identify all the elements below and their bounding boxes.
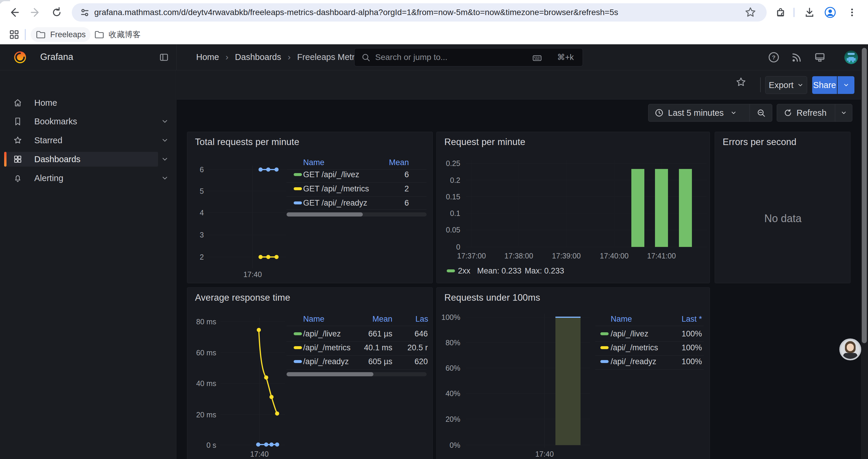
legend-name[interactable]: /api/_/metrics xyxy=(611,342,658,353)
legend-header-last[interactable]: Las xyxy=(415,315,428,324)
sidebar-item-starred[interactable]: Starred xyxy=(4,133,158,148)
user-avatar[interactable] xyxy=(844,51,858,64)
legend-name[interactable]: GET /api/_/metrics xyxy=(303,184,369,194)
legend-hscroll-thumb[interactable] xyxy=(286,212,363,217)
time-range-button[interactable]: Last 5 minutes xyxy=(649,104,743,121)
legend-name[interactable]: /api/_/livez xyxy=(611,329,649,339)
back-button[interactable] xyxy=(6,4,23,21)
legend-mean: 6 xyxy=(365,169,409,179)
share-button[interactable]: Share xyxy=(812,76,837,94)
legend-name[interactable]: /api/_/readyz xyxy=(611,357,656,366)
series-color-pill[interactable] xyxy=(294,187,302,190)
site-controls-icon[interactable] xyxy=(80,7,90,18)
legend-name[interactable]: GET /api/_/livez xyxy=(303,169,359,179)
sidebar-item-alerting[interactable]: Alerting xyxy=(4,171,158,186)
keyboard-icon xyxy=(532,53,542,63)
grafana-wordmark[interactable]: Grafana xyxy=(40,52,73,62)
search-input[interactable]: Search or jump to... ⌘+k xyxy=(354,48,583,66)
legend-header-name[interactable]: Name xyxy=(303,315,324,324)
reload-button[interactable] xyxy=(49,4,65,21)
toolbar-divider xyxy=(794,8,795,17)
page-scrollbar-thumb[interactable] xyxy=(862,48,867,343)
sidebar-item-dashboards[interactable]: Dashboards xyxy=(4,152,158,167)
apps-grid-icon[interactable] xyxy=(8,28,21,41)
legend-name[interactable]: /api/_/readyz xyxy=(303,357,349,366)
browser-menu-icon[interactable] xyxy=(844,4,860,21)
chevron-down-icon[interactable] xyxy=(158,171,172,186)
series-color-pill[interactable] xyxy=(294,201,302,204)
refresh-interval-button[interactable] xyxy=(835,104,852,121)
series-color-pill[interactable] xyxy=(447,269,455,272)
header-divider xyxy=(176,44,177,70)
forward-button[interactable] xyxy=(27,4,44,21)
legend-hscrollbar[interactable] xyxy=(286,372,427,376)
export-button[interactable]: Export xyxy=(765,76,807,94)
bell-icon xyxy=(13,173,23,183)
breadcrumb-home[interactable]: Home xyxy=(196,52,219,62)
bookmark-star-icon[interactable] xyxy=(744,6,757,19)
legend-header-name[interactable]: Name xyxy=(303,158,324,167)
chevron-down-icon[interactable] xyxy=(158,152,172,167)
time-range-label: Last 5 minutes xyxy=(668,108,724,118)
legend-last: 620 xyxy=(401,357,428,366)
share-menu-button[interactable] xyxy=(838,76,855,94)
series-2xx-bars xyxy=(631,169,692,247)
bookmark-label: 收藏博客 xyxy=(109,29,141,40)
bookmark-folder-blogs[interactable]: 收藏博客 xyxy=(89,27,145,42)
sidebar-item-home[interactable]: Home xyxy=(4,95,158,110)
legend-hscroll-thumb[interactable] xyxy=(286,372,373,376)
chevron-down-icon[interactable] xyxy=(158,114,172,129)
legend-hscrollbar[interactable] xyxy=(286,212,427,217)
legend-name[interactable]: /api/_/metrics xyxy=(303,342,351,353)
series-color-pill[interactable] xyxy=(600,346,609,349)
series-area xyxy=(555,317,581,445)
bookmark-folder-freeleaps[interactable]: Freeleaps xyxy=(31,27,90,42)
legend-header-last[interactable]: Last * xyxy=(658,315,702,324)
kiosk-monitor-icon[interactable] xyxy=(813,51,827,64)
legend-mean: 6 xyxy=(365,198,409,208)
legend-header-name[interactable]: Name xyxy=(611,315,632,324)
extensions-icon[interactable] xyxy=(772,4,788,21)
news-rss-icon[interactable] xyxy=(790,51,804,64)
series-color-pill[interactable] xyxy=(294,173,302,176)
help-icon[interactable]: ? xyxy=(767,51,780,64)
legend-series[interactable]: 2xx xyxy=(458,266,470,276)
legend-mean: 2 xyxy=(365,184,409,194)
grafana-header: Grafana Home › Dashboards › Freeleaps Me… xyxy=(0,44,868,70)
series-color-pill[interactable] xyxy=(600,332,609,335)
dashboard-canvas: Last 5 minutes Refresh Total requests p xyxy=(177,100,868,459)
floating-assistant-avatar[interactable] xyxy=(839,338,861,360)
star-icon xyxy=(13,136,23,145)
series-color-pill[interactable] xyxy=(294,332,302,335)
profile-icon[interactable] xyxy=(822,4,838,21)
refresh-button[interactable]: Refresh xyxy=(777,104,833,121)
series-color-pill[interactable] xyxy=(294,360,302,363)
legend-name[interactable]: /api/_/livez xyxy=(303,329,341,339)
gridlines xyxy=(208,166,286,268)
legend-header-mean[interactable]: Mean xyxy=(348,315,392,324)
page-scrollbar[interactable] xyxy=(861,44,868,459)
breadcrumb-dashboards[interactable]: Dashboards xyxy=(235,52,281,62)
share-label: Share xyxy=(813,80,836,90)
url-bar[interactable]: grafana.mathmast.com/d/deytv4rwavabkb/fr… xyxy=(72,3,767,22)
legend-header-mean[interactable]: Mean xyxy=(365,158,409,167)
bookmark-icon xyxy=(13,117,23,126)
sidebar-item-label: Alerting xyxy=(34,173,63,183)
series-color-pill[interactable] xyxy=(600,360,609,363)
zoom-out-button[interactable] xyxy=(749,104,772,121)
sidebar-toggle-icon[interactable] xyxy=(157,51,171,64)
clock-icon xyxy=(654,108,664,118)
legend-mean: 40.1 ms xyxy=(348,342,392,353)
downloads-icon[interactable] xyxy=(801,4,818,21)
url-text[interactable]: grafana.mathmast.com/d/deytv4rwavabkb/fr… xyxy=(94,3,618,22)
chevron-down-icon xyxy=(797,82,804,88)
series-color-pill[interactable] xyxy=(294,346,302,349)
grafana-logo[interactable] xyxy=(13,50,27,64)
search-placeholder: Search or jump to... xyxy=(375,53,447,62)
favorite-star-icon[interactable] xyxy=(735,76,747,88)
legend-last: 100% xyxy=(658,329,702,339)
panel-title[interactable]: Errors per second xyxy=(723,137,797,147)
legend-name[interactable]: GET /api/_/readyz xyxy=(303,198,367,208)
chevron-down-icon[interactable] xyxy=(158,133,172,148)
sidebar-item-bookmarks[interactable]: Bookmarks xyxy=(4,114,158,129)
